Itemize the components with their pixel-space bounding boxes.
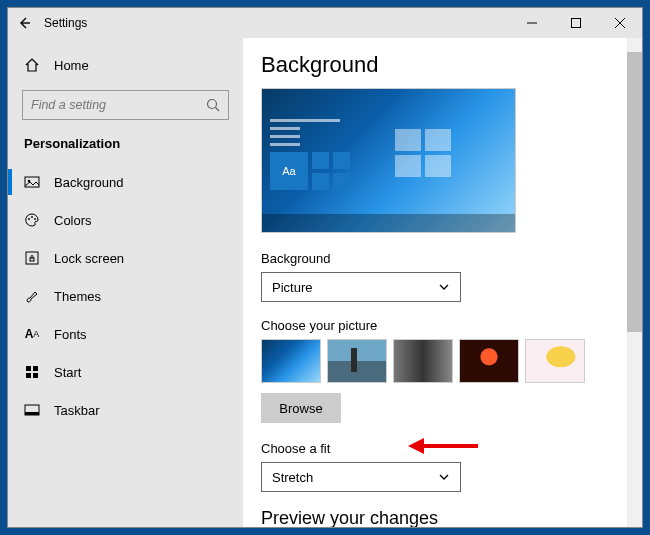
- sidebar-item-colors[interactable]: Colors: [8, 201, 243, 239]
- sidebar-item-label: Colors: [54, 213, 92, 228]
- minimize-icon: [527, 18, 537, 28]
- sidebar-item-fonts[interactable]: AA Fonts: [8, 315, 243, 353]
- svg-point-4: [28, 218, 30, 220]
- lock-frame-icon: [24, 250, 40, 266]
- palette-icon: [24, 212, 40, 228]
- picture-thumb[interactable]: [459, 339, 519, 383]
- svg-point-5: [31, 216, 33, 218]
- back-button[interactable]: [8, 8, 40, 38]
- window-title: Settings: [40, 16, 87, 30]
- desktop-preview: Aa: [261, 88, 516, 233]
- choose-picture-label: Choose your picture: [261, 318, 624, 333]
- preview-changes-heading: Preview your changes: [261, 508, 624, 527]
- main-content: Background Aa: [243, 38, 642, 527]
- picture-thumbnails: [261, 339, 624, 383]
- arrow-left-icon: [17, 16, 31, 30]
- window-body: Home Personalization Background Colors L…: [8, 38, 642, 527]
- search-box[interactable]: [22, 90, 229, 120]
- home-icon: [24, 57, 40, 73]
- sidebar-item-label: Fonts: [54, 327, 87, 342]
- maximize-button[interactable]: [554, 8, 598, 38]
- desktop-background: Settings Home Personalization: [0, 0, 650, 535]
- sidebar-item-label: Lock screen: [54, 251, 124, 266]
- svg-rect-9: [26, 366, 31, 371]
- picture-thumb[interactable]: [393, 339, 453, 383]
- sidebar-item-background[interactable]: Background: [8, 163, 243, 201]
- category-header: Personalization: [8, 132, 243, 163]
- fit-label: Choose a fit: [261, 441, 624, 456]
- scrollbar-thumb[interactable]: [627, 52, 642, 332]
- search-input[interactable]: [31, 98, 206, 112]
- chevron-down-icon: [438, 471, 450, 483]
- home-nav[interactable]: Home: [8, 48, 243, 82]
- svg-rect-8: [30, 258, 34, 261]
- svg-rect-0: [572, 19, 581, 28]
- svg-rect-2: [25, 177, 39, 187]
- sidebar-item-label: Taskbar: [54, 403, 100, 418]
- svg-rect-14: [25, 412, 39, 415]
- maximize-icon: [571, 18, 581, 28]
- browse-button[interactable]: Browse: [261, 393, 341, 423]
- svg-rect-10: [33, 366, 38, 371]
- close-button[interactable]: [598, 8, 642, 38]
- sidebar-item-label: Start: [54, 365, 81, 380]
- titlebar: Settings: [8, 8, 642, 38]
- page-title: Background: [261, 52, 624, 78]
- minimize-button[interactable]: [510, 8, 554, 38]
- svg-point-6: [34, 218, 36, 220]
- background-select-value: Picture: [272, 280, 312, 295]
- brush-icon: [24, 288, 40, 304]
- scrollbar[interactable]: [627, 38, 642, 527]
- picture-thumb[interactable]: [261, 339, 321, 383]
- fonts-icon: AA: [24, 326, 40, 342]
- settings-window: Settings Home Personalization: [7, 7, 643, 528]
- windows-logo-icon: [395, 129, 455, 179]
- background-label: Background: [261, 251, 624, 266]
- close-icon: [615, 18, 625, 28]
- sidebar-item-themes[interactable]: Themes: [8, 277, 243, 315]
- preview-sample-tile: Aa: [270, 152, 308, 190]
- fit-select[interactable]: Stretch: [261, 462, 461, 492]
- svg-point-1: [208, 100, 217, 109]
- search-icon: [206, 98, 220, 112]
- picture-thumb[interactable]: [327, 339, 387, 383]
- svg-rect-12: [33, 373, 38, 378]
- taskbar-icon: [24, 402, 40, 418]
- sidebar-item-start[interactable]: Start: [8, 353, 243, 391]
- home-label: Home: [54, 58, 89, 73]
- background-select[interactable]: Picture: [261, 272, 461, 302]
- svg-rect-11: [26, 373, 31, 378]
- picture-icon: [24, 174, 40, 190]
- start-icon: [24, 364, 40, 380]
- fit-select-value: Stretch: [272, 470, 313, 485]
- sidebar-item-label: Background: [54, 175, 123, 190]
- chevron-down-icon: [438, 281, 450, 293]
- sidebar-item-taskbar[interactable]: Taskbar: [8, 391, 243, 429]
- sidebar: Home Personalization Background Colors L…: [8, 38, 243, 527]
- sidebar-item-label: Themes: [54, 289, 101, 304]
- picture-thumb[interactable]: [525, 339, 585, 383]
- sidebar-item-lockscreen[interactable]: Lock screen: [8, 239, 243, 277]
